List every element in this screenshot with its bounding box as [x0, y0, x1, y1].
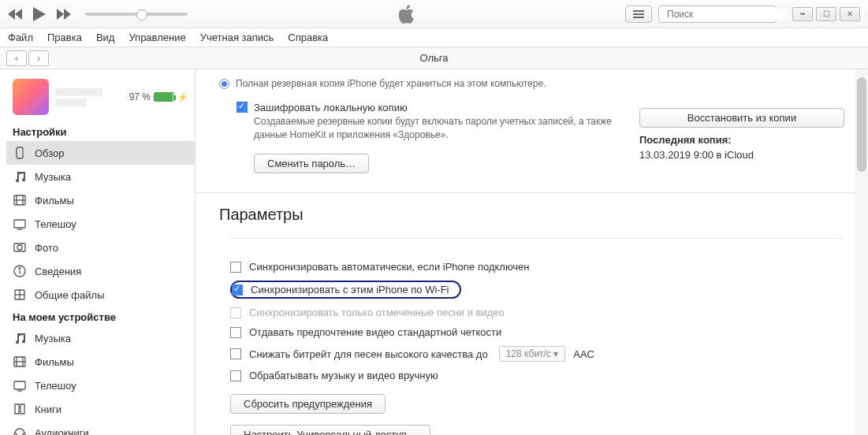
sidebar-item-settings-3[interactable]: Телешоу: [6, 212, 195, 236]
device-info: 97 % ⚡: [6, 76, 195, 121]
checkbox-wifi-sync[interactable]: [232, 284, 243, 296]
only-marked-label: Синхронизировать только отмеченные песни…: [249, 307, 505, 318]
params-title: Параметры: [219, 206, 844, 224]
checkbox-sd-pref[interactable]: [230, 327, 241, 338]
tv-icon: [13, 217, 27, 231]
apple-logo: [188, 5, 625, 24]
svg-rect-25: [14, 381, 25, 389]
sidebar-item-label: Обзор: [35, 147, 65, 159]
sidebar-item-label: Музыка: [35, 171, 71, 183]
checkbox-auto-sync[interactable]: [230, 262, 241, 273]
next-track-button[interactable]: [57, 9, 71, 20]
auto-sync-label: Синхронизировать автоматически, если iPh…: [249, 261, 530, 273]
svg-rect-5: [17, 147, 23, 158]
sidebar-item-ondevice-4[interactable]: Аудиокниги: [6, 421, 195, 435]
books-icon: [13, 402, 27, 416]
play-button[interactable]: [33, 7, 46, 21]
settings-header: Настройки: [6, 121, 195, 141]
ondevice-header: На моем устройстве: [6, 307, 195, 326]
scrollbar[interactable]: [855, 69, 868, 435]
sidebar-item-settings-6[interactable]: Общие файлы: [6, 283, 195, 307]
volume-slider[interactable]: [85, 13, 188, 16]
sidebar-item-label: Музыка: [35, 333, 71, 344]
sidebar-item-label: Телешоу: [35, 218, 76, 230]
charging-icon: ⚡: [177, 92, 188, 102]
sidebar-item-ondevice-3[interactable]: Книги: [6, 397, 195, 421]
universal-access-button[interactable]: Настроить Универсальный доступ…: [230, 425, 430, 435]
files-icon: [13, 288, 27, 302]
radio-local-backup[interactable]: [219, 79, 229, 89]
search-input[interactable]: [658, 6, 777, 23]
sidebar-item-label: Общие файлы: [35, 289, 104, 301]
battery-icon: [154, 92, 174, 102]
wifi-sync-label: Синхронизировать с этим iPhone по Wi-Fi: [251, 284, 449, 296]
sidebar-item-label: Фильмы: [35, 356, 74, 368]
menu-edit[interactable]: Правка: [47, 32, 82, 43]
svg-point-17: [19, 268, 20, 270]
svg-rect-11: [14, 220, 25, 228]
sd-pref-label: Отдавать предпочтение видео стандартной …: [249, 326, 501, 338]
overview-icon: [13, 146, 27, 160]
menu-file[interactable]: Файл: [8, 32, 33, 43]
encrypt-label: Зашифровать локальную копию: [254, 102, 408, 113]
checkbox-only-marked: [230, 307, 241, 318]
checkbox-encrypt[interactable]: [237, 102, 248, 113]
svg-rect-0: [633, 10, 644, 12]
menu-bar: Файл Правка Вид Управление Учетная запис…: [0, 28, 868, 47]
sidebar-item-settings-4[interactable]: Фото: [6, 236, 195, 259]
sidebar-item-label: Аудиокниги: [35, 427, 89, 436]
forward-button[interactable]: ›: [28, 50, 49, 66]
sidebar-item-label: Телешоу: [35, 380, 76, 392]
films-icon: [13, 193, 27, 207]
sidebar-item-ondevice-0[interactable]: Музыка: [6, 326, 195, 350]
reset-warnings-button[interactable]: Сбросить предупреждения: [230, 394, 386, 414]
films-icon: [13, 355, 27, 369]
close-window-button[interactable]: ✕: [840, 7, 860, 21]
device-thumbnail: [13, 79, 49, 115]
device-title: Ольга: [419, 52, 448, 64]
last-backup-value: 13.03.2019 9:00 в iCloud: [639, 149, 844, 161]
sidebar-item-label: Сведения: [35, 266, 81, 277]
checkbox-bitrate[interactable]: [230, 348, 241, 359]
encrypt-hint: Создаваемые резервные копии будут включа…: [254, 115, 616, 142]
sidebar-item-settings-2[interactable]: Фильмы: [6, 188, 195, 212]
restore-button[interactable]: Восстановить из копии: [639, 108, 844, 128]
bitrate-label: Снижать битрейт для песен высокого качес…: [249, 348, 488, 360]
info-icon: [13, 264, 27, 278]
sidebar-item-settings-5[interactable]: Сведения: [6, 259, 195, 283]
svg-rect-2: [633, 17, 644, 18]
maximize-button[interactable]: ☐: [816, 7, 836, 21]
sidebar-item-settings-0[interactable]: Обзор: [6, 141, 195, 165]
sidebar-item-settings-1[interactable]: Музыка: [6, 165, 195, 188]
device-name-redacted: [55, 88, 102, 96]
music-icon: [13, 331, 27, 345]
change-password-button[interactable]: Сменить пароль…: [254, 154, 369, 173]
minimize-button[interactable]: ━: [792, 7, 813, 21]
backup-full-text: Полная резервная копия iPhone будет хран…: [236, 77, 616, 91]
sidebar-item-ondevice-1[interactable]: Фильмы: [6, 350, 195, 374]
svg-rect-1: [633, 13, 644, 15]
list-view-button[interactable]: [625, 6, 652, 23]
sidebar-item-label: Книги: [35, 403, 61, 415]
sidebar: 97 % ⚡ Настройки ОбзорМузыкаФильмыТелешо…: [0, 69, 196, 435]
sidebar-item-label: Фильмы: [35, 195, 74, 206]
menu-manage[interactable]: Управление: [129, 32, 185, 43]
audiobooks-icon: [13, 426, 27, 435]
back-button[interactable]: ‹: [6, 50, 27, 66]
manual-label: Обрабатывать музыку и видео вручную: [249, 370, 438, 381]
content-pane: Полная резервная копия iPhone будет хран…: [196, 69, 868, 435]
battery-percent: 97 %: [129, 91, 151, 102]
checkbox-manual[interactable]: [230, 370, 241, 381]
svg-point-14: [17, 245, 22, 250]
tv-icon: [13, 378, 27, 392]
sidebar-item-ondevice-2[interactable]: Телешоу: [6, 374, 195, 397]
last-backup-label: Последняя копия:: [639, 134, 844, 146]
aac-label: AAC: [573, 348, 594, 360]
menu-account[interactable]: Учетная запись: [200, 32, 274, 43]
device-model-redacted: [55, 99, 87, 106]
menu-help[interactable]: Справка: [288, 32, 328, 43]
menu-view[interactable]: Вид: [96, 32, 115, 43]
sidebar-item-label: Фото: [35, 242, 58, 254]
bitrate-select[interactable]: 128 кбит/с ▾: [499, 346, 566, 362]
prev-track-button[interactable]: [8, 9, 22, 20]
